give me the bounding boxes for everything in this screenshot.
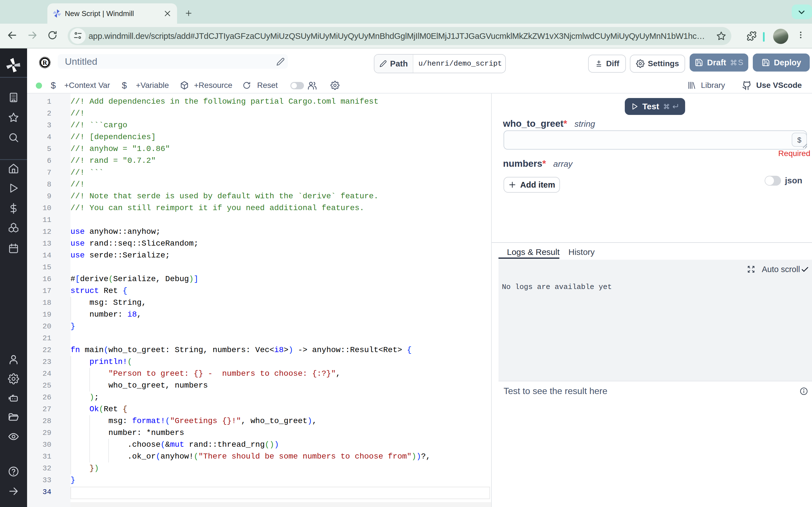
svg-text:R: R [43, 59, 47, 66]
